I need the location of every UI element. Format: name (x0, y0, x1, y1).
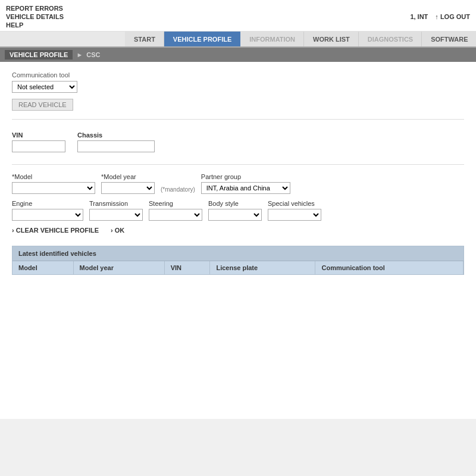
model-label: *Model (12, 173, 95, 180)
vehicle-details-link[interactable]: VEHICLE DETAILS (6, 13, 64, 20)
breadcrumb-active: VEHICLE PROFILE (5, 50, 73, 60)
col-communication-tool: Communication tool (315, 261, 464, 274)
mandatory-note-field: (*mandatory) (161, 186, 195, 194)
body-style-select[interactable] (208, 209, 262, 221)
latest-vehicles-header: Latest identified vehicles (12, 246, 464, 261)
read-vehicle-button[interactable]: READ VEHICLE (12, 99, 73, 111)
vin-chassis-row: VIN Chassis (12, 131, 464, 152)
profile-fields-row1: *Model *Model year (*mandatory) Partner … (12, 173, 464, 194)
partner-group-select[interactable]: INT, Arabia and China (201, 182, 290, 194)
tab-start[interactable]: START (125, 32, 164, 46)
col-license-plate: License plate (210, 261, 315, 274)
chassis-label: Chassis (77, 131, 155, 139)
logout-button[interactable]: LOG OUT (435, 13, 470, 20)
divider-2 (12, 164, 464, 165)
special-vehicles-field: Special vehicles (268, 200, 321, 221)
communication-tool-section: Communication tool Not selected (12, 71, 464, 93)
divider-1 (12, 119, 464, 120)
model-year-label: *Model year (101, 173, 155, 180)
breadcrumb: VEHICLE PROFILE ► CSC (0, 48, 476, 62)
nav-tabs: START VEHICLE PROFILE INFORMATION WORK L… (0, 32, 476, 48)
model-field: *Model (12, 173, 95, 194)
steering-label: Steering (149, 200, 202, 207)
tab-diagnostics: DIAGNOSTICS (359, 32, 422, 46)
chassis-input[interactable] (77, 140, 155, 152)
tab-software[interactable]: SOFTWARE (422, 32, 476, 46)
engine-select[interactable] (12, 209, 83, 221)
model-year-field: *Model year (101, 173, 155, 194)
profile-fields-row2: Engine Transmission Steering Body style … (12, 200, 464, 221)
transmission-label: Transmission (89, 200, 143, 207)
latest-vehicles-section: Latest identified vehicles Model Model y… (12, 246, 464, 275)
tab-vehicle-profile[interactable]: VEHICLE PROFILE (164, 32, 240, 46)
model-select[interactable] (12, 182, 95, 194)
report-errors-link[interactable]: REPORT ERRORS (6, 5, 64, 12)
steering-field: Steering (149, 200, 202, 221)
top-right-area: 1, INT LOG OUT (410, 5, 470, 29)
main-content: Communication tool Not selected READ VEH… (0, 62, 476, 419)
breadcrumb-separator: ► (76, 51, 83, 58)
latest-vehicles-table: Model Model year VIN License plate Commu… (12, 261, 464, 274)
mandatory-note: (*mandatory) (161, 186, 195, 193)
transmission-field: Transmission (89, 200, 143, 221)
user-info: 1, INT (410, 13, 428, 20)
model-year-select[interactable] (101, 182, 155, 194)
special-vehicles-select[interactable] (268, 209, 321, 221)
col-vin: VIN (164, 261, 210, 274)
partner-group-label: Partner group (201, 173, 290, 180)
tab-information: INFORMATION (240, 32, 304, 46)
engine-label: Engine (12, 200, 83, 207)
steering-select[interactable] (149, 209, 202, 221)
special-vehicles-label: Special vehicles (268, 200, 321, 207)
chassis-field-group: Chassis (77, 131, 155, 152)
transmission-select[interactable] (89, 209, 143, 221)
tab-work-list[interactable]: WORK LIST (304, 32, 359, 46)
action-row: CLEAR VEHICLE PROFILE OK (12, 227, 464, 234)
breadcrumb-child[interactable]: CSC (86, 51, 100, 58)
ok-link[interactable]: OK (111, 227, 124, 234)
partner-group-field: Partner group INT, Arabia and China (201, 173, 290, 194)
vin-input[interactable] (12, 140, 65, 152)
body-style-label: Body style (208, 200, 262, 207)
col-model: Model (12, 261, 73, 274)
vin-label: VIN (12, 131, 65, 139)
clear-vehicle-profile-link[interactable]: CLEAR VEHICLE PROFILE (12, 227, 99, 234)
communication-tool-select[interactable]: Not selected (12, 81, 77, 93)
communication-tool-label: Communication tool (12, 71, 464, 79)
help-link[interactable]: HELP (6, 21, 64, 29)
top-left-links: REPORT ERRORS VEHICLE DETAILS HELP (6, 5, 64, 29)
engine-field: Engine (12, 200, 83, 221)
col-model-year: Model year (73, 261, 164, 274)
body-style-field: Body style (208, 200, 262, 221)
vin-field-group: VIN (12, 131, 65, 152)
table-header-row: Model Model year VIN License plate Commu… (12, 261, 464, 274)
